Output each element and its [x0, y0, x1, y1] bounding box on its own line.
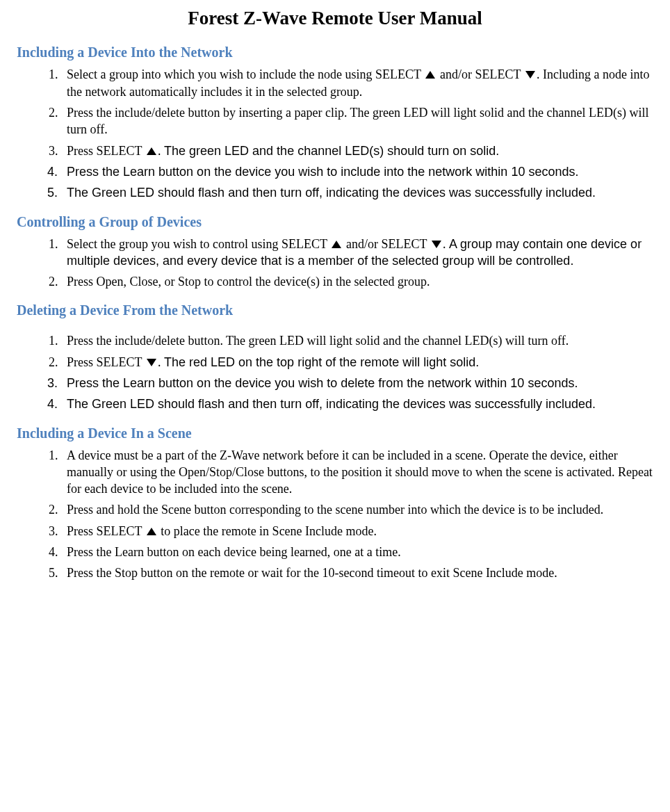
text: to place the remote in Scene Include mod… [158, 524, 377, 538]
svg-marker-5 [147, 359, 156, 366]
svg-marker-3 [332, 241, 341, 248]
list-item: A device must be a part of the Z-Wave ne… [61, 447, 653, 498]
list-item: Select a group into which you wish to in… [61, 66, 653, 100]
list-item: Press the Learn button on the device you… [61, 375, 653, 391]
list-item: Press the include/delete button by inser… [61, 104, 653, 138]
select-label: SELECT [381, 237, 427, 251]
svg-marker-6 [147, 528, 156, 535]
select-label: SELECT [97, 355, 142, 369]
text: Select a group into which you wish to in… [67, 67, 375, 81]
list-scene: A device must be a part of the Z-Wave ne… [17, 447, 653, 582]
list-item: Press SELECT . The green LED and the cha… [61, 143, 653, 159]
list-item: Press the Learn button on the device you… [61, 163, 653, 180]
select-label: SELECT [97, 144, 142, 158]
list-control: Select the group you wish to control usi… [17, 236, 653, 291]
text: Press SELECT [67, 524, 145, 538]
list-item: Press SELECT . The red LED on the top ri… [61, 354, 653, 371]
text: . [158, 355, 164, 369]
list-delete: Press the include/delete button. The gre… [17, 332, 653, 412]
heading-control-group: Controlling a Group of Devices [17, 213, 653, 232]
triangle-up-icon [425, 71, 435, 79]
select-label: SELECT [375, 67, 421, 81]
text: Press [67, 355, 97, 369]
list-item: Press the include/delete button. The gre… [61, 332, 653, 349]
svg-marker-2 [147, 147, 156, 155]
triangle-down-icon [147, 359, 156, 366]
triangle-down-icon [432, 241, 441, 248]
text: . [443, 237, 449, 251]
list-item: Select the group you wish to control usi… [61, 236, 653, 270]
heading-include-scene: Including a Device In a Scene [17, 424, 653, 443]
list-item: Press Open, Close, or Stop to control th… [61, 273, 653, 290]
heading-include-device: Including a Device Into the Network [17, 43, 653, 62]
svg-marker-1 [525, 71, 535, 79]
list-include: Select a group into which you wish to in… [17, 66, 653, 201]
list-item: The Green LED should flash and then turn… [61, 396, 653, 412]
text: Select the group you wish to control usi… [67, 237, 281, 251]
list-item: Press the Stop button on the remote or w… [61, 565, 653, 581]
text: The green LED and the channel LED(s) sho… [164, 144, 499, 158]
triangle-up-icon [332, 241, 341, 248]
text: Press [67, 144, 97, 158]
text: and/or [436, 67, 475, 81]
triangle-up-icon [147, 528, 156, 535]
page-title: Forest Z-Wave Remote User Manual [17, 6, 653, 31]
select-label: SELECT [475, 67, 521, 81]
heading-delete-device: Deleting a Device From the Network [17, 301, 653, 320]
svg-marker-4 [432, 241, 441, 248]
list-item: Press and hold the Scene button correspo… [61, 501, 653, 518]
text: . [158, 144, 164, 158]
text: and/or [343, 237, 381, 251]
list-item: Press the Learn button on each device be… [61, 544, 653, 560]
svg-marker-0 [425, 71, 435, 79]
list-item: Press SELECT to place the remote in Scen… [61, 523, 653, 539]
select-label: SELECT [281, 237, 327, 251]
triangle-up-icon [147, 147, 156, 155]
list-item: The Green LED should flash and then turn… [61, 184, 653, 201]
text: The red LED on the top right of the remo… [164, 355, 479, 369]
triangle-down-icon [525, 71, 535, 79]
